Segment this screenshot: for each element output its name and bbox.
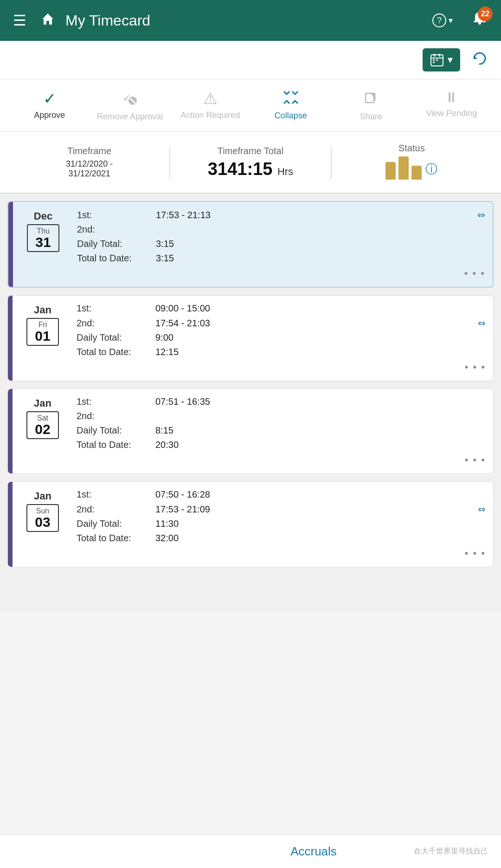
day-month: Jan (34, 490, 51, 502)
actions-row: ✓ Approve ✓ Remove Approval ⚠ Action Req… (0, 79, 501, 132)
day-month: Dec (34, 210, 52, 222)
total-date-value: 32:00 (155, 533, 486, 544)
home-icon[interactable] (39, 11, 56, 31)
daily-total-value: 8:15 (155, 425, 486, 436)
day-date-col: Dec Thu 31 (13, 202, 73, 287)
day-box: Sat 02 (26, 411, 59, 439)
day-box: Thu 31 (27, 224, 59, 252)
total-date-label: Total to Date: (77, 253, 156, 264)
total-date-row: Total to Date: 20:30 (77, 440, 486, 450)
timeframe-label: Timeframe (67, 146, 111, 156)
approve-button[interactable]: ✓ Approve (9, 89, 90, 123)
daily-total-label: Daily Total: (77, 425, 155, 436)
calendar-button[interactable]: ▾ (423, 48, 460, 71)
calendar-chevron-icon: ▾ (448, 54, 453, 66)
sync-icon: ⇔ (478, 504, 486, 515)
collapse-button[interactable]: Collapse (250, 89, 331, 123)
day-box: Sun 03 (26, 504, 59, 532)
day-card[interactable]: Jan Sun 03 1st: 07:50 - 16:28 2nd: 17:53… (7, 481, 494, 567)
remove-approval-button[interactable]: ✓ Remove Approval (90, 89, 170, 124)
first-value: 07:51 - 16:35 (155, 396, 486, 407)
toolbar-row: ▾ (0, 41, 501, 79)
second-label: 2nd: (77, 318, 155, 329)
second-label: 2nd: (77, 411, 155, 421)
status-label: Status (398, 143, 425, 154)
first-value: 07:50 - 16:28 (155, 489, 486, 500)
daily-total-row: Daily Total: 11:30 (77, 518, 486, 529)
status-bar-3 (411, 166, 422, 180)
total-date-value: 12:15 (155, 347, 486, 357)
menu-icon[interactable]: ☰ (13, 12, 26, 29)
share-button[interactable]: Share (331, 89, 411, 124)
bottom-nav: Accruals 在大千世界里寻找自己 (0, 835, 501, 868)
watermark: 在大千世界里寻找自己 (414, 847, 488, 856)
more-menu[interactable]: • • • (77, 547, 486, 559)
more-menu[interactable]: • • • (77, 267, 485, 279)
total-date-label: Total to Date: (77, 347, 155, 357)
sync-icon: ⇔ (478, 317, 486, 329)
remove-approval-icon: ✓ (122, 91, 137, 108)
svg-rect-9 (433, 62, 435, 63)
daily-total-value: 3:15 (156, 239, 485, 249)
first-row: 1st: 07:51 - 16:35 (77, 396, 486, 407)
more-menu[interactable]: • • • (77, 454, 486, 466)
accruals-tab[interactable]: Accruals (213, 844, 414, 859)
day-left-bar (8, 202, 13, 287)
more-dots-icon[interactable]: • • • (465, 547, 486, 559)
daily-total-label: Daily Total: (77, 332, 155, 343)
view-pending-button[interactable]: ⏸ View Pending (411, 89, 492, 121)
day-num: 03 (32, 515, 53, 529)
view-pending-icon: ⏸ (444, 91, 458, 104)
daily-total-row: Daily Total: 3:15 (77, 239, 485, 249)
more-dots-icon[interactable]: • • • (465, 454, 486, 466)
day-card[interactable]: Jan Sat 02 1st: 07:51 - 16:35 2nd: Daily… (7, 389, 494, 474)
notification-bell[interactable]: 22 (471, 10, 488, 31)
total-date-label: Total to Date: (77, 533, 155, 544)
total-date-row: Total to Date: 3:15 (77, 253, 485, 264)
more-dots-icon[interactable]: • • • (465, 361, 486, 373)
total-date-row: Total to Date: 12:15 (77, 347, 486, 357)
notification-badge: 22 (478, 6, 493, 21)
day-card[interactable]: Dec Thu 31 1st: 17:53 - 21:13 ⇔ 2nd: Dai… (7, 201, 494, 288)
more-menu[interactable]: • • • (77, 361, 486, 373)
entries-container: Dec Thu 31 1st: 17:53 - 21:13 ⇔ 2nd: Dai… (0, 194, 501, 612)
day-num: 01 (32, 329, 53, 343)
second-row: 2nd: (77, 411, 486, 421)
first-row: 1st: 07:50 - 16:28 (77, 489, 486, 500)
second-label: 2nd: (77, 224, 156, 235)
status-bar-2 (398, 156, 409, 180)
day-num: 02 (32, 422, 53, 436)
first-label: 1st: (77, 303, 155, 314)
second-row: 2nd: 17:53 - 21:09 ⇔ (77, 504, 486, 515)
day-card[interactable]: Jan Fri 01 1st: 09:00 - 15:00 2nd: 17:54… (7, 295, 494, 381)
svg-rect-5 (434, 54, 435, 57)
help-chevron-icon: ▾ (449, 15, 453, 26)
day-details: 1st: 09:00 - 15:00 2nd: 17:54 - 21:03 ⇔ … (73, 296, 493, 381)
first-label: 1st: (77, 489, 155, 500)
daily-total-row: Daily Total: 9:00 (77, 332, 486, 343)
help-button[interactable]: ? ▾ (432, 13, 453, 28)
status-info-icon[interactable]: ⓘ (425, 161, 437, 177)
total-date-value: 20:30 (155, 440, 486, 450)
total-value: 3141:15 Hrs (208, 159, 293, 179)
action-required-button[interactable]: ⚠ Action Required (170, 89, 250, 123)
share-icon (364, 91, 379, 108)
svg-text:?: ? (437, 16, 442, 25)
day-details: 1st: 17:53 - 21:13 ⇔ 2nd: Daily Total: 3… (73, 202, 493, 287)
day-left-bar (8, 296, 13, 381)
sync-icon: ⇔ (477, 209, 485, 220)
timeframe-block: Timeframe 31/12/2020 -31/12/2021 (13, 146, 166, 179)
first-row: 1st: 17:53 - 21:13 ⇔ (77, 209, 485, 220)
second-label: 2nd: (77, 504, 155, 515)
page-title: My Timecard (65, 12, 432, 29)
app-header: ☰ My Timecard ? ▾ 22 (0, 0, 501, 41)
day-date-col: Jan Sun 03 (13, 482, 73, 567)
status-bar-1 (385, 162, 396, 180)
collapse-icon (283, 91, 299, 107)
second-value: 17:53 - 21:09 (155, 504, 474, 515)
refresh-button[interactable] (471, 50, 488, 70)
day-month: Jan (34, 304, 51, 316)
total-label: Timeframe Total (218, 146, 283, 156)
more-dots-icon[interactable]: • • • (464, 267, 485, 279)
first-row: 1st: 09:00 - 15:00 (77, 303, 486, 314)
